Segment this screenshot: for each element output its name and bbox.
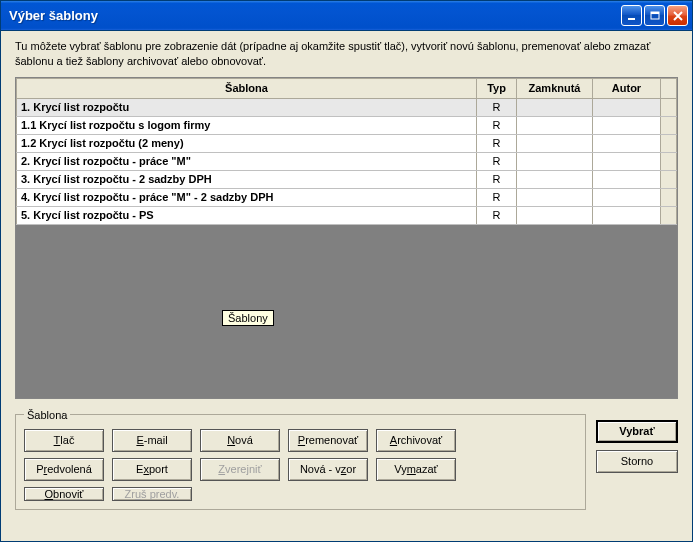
minimize-button[interactable] [621,5,642,26]
cell-zamknuta [517,188,593,206]
obnovit-button[interactable]: Obnoviť [24,487,104,501]
col-header-autor[interactable]: Autor [593,78,661,98]
sablona-group: Šablona Tlač E-mail Nová Premenovať Arch… [15,409,586,510]
zverejnit-button: Zverejniť [200,458,280,481]
vybrat-button[interactable]: Vybrať [596,420,678,443]
tooltip: Šablony [222,310,274,326]
svg-rect-0 [628,18,635,20]
cell-scrollspace [661,170,677,188]
cell-autor [593,98,661,116]
cell-autor [593,188,661,206]
cell-zamknuta [517,152,593,170]
table-row[interactable]: 1.1 Krycí list rozpočtu s logom firmyR [17,116,677,134]
template-grid: Šablona Typ Zamknutá Autor 1. Krycí list… [15,77,678,399]
cell-typ: R [477,170,517,188]
close-button[interactable] [667,5,688,26]
scrollbar-head [661,78,677,98]
export-button[interactable]: Export [112,458,192,481]
cell-name[interactable]: 2. Krycí list rozpočtu - práce "M" [17,152,477,170]
table-row[interactable]: 1. Krycí list rozpočtuR [17,98,677,116]
cell-autor [593,116,661,134]
bottom-area: Šablona Tlač E-mail Nová Premenovať Arch… [15,409,678,510]
cell-autor [593,170,661,188]
cell-name[interactable]: 5. Krycí list rozpočtu - PS [17,206,477,224]
cell-name[interactable]: 1.2 Krycí list rozpočtu (2 meny) [17,134,477,152]
col-header-typ[interactable]: Typ [477,78,517,98]
maximize-button[interactable] [644,5,665,26]
cell-zamknuta [517,170,593,188]
cell-typ: R [477,206,517,224]
email-button[interactable]: E-mail [112,429,192,452]
window-title: Výber šablony [9,8,621,23]
template-table: Šablona Typ Zamknutá Autor 1. Krycí list… [16,78,677,225]
dialog-action-buttons: Vybrať Storno [596,409,678,473]
cell-name[interactable]: 1. Krycí list rozpočtu [17,98,477,116]
archivovat-button[interactable]: Archivovať [376,429,456,452]
button-grid: Tlač E-mail Nová Premenovať Archivovať P… [24,429,577,501]
cell-typ: R [477,98,517,116]
cell-zamknuta [517,98,593,116]
cell-scrollspace [661,98,677,116]
cell-zamknuta [517,116,593,134]
predvolena-button[interactable]: Predvolená [24,458,104,481]
premenovat-button[interactable]: Premenovať [288,429,368,452]
description-text: Tu môžete vybrať šablonu pre zobrazenie … [15,39,678,69]
cell-autor [593,206,661,224]
tlac-button[interactable]: Tlač [24,429,104,452]
cell-typ: R [477,188,517,206]
col-header-sablona[interactable]: Šablona [17,78,477,98]
zrus-predv-button: Zruš predv. [112,487,192,501]
dialog-window: Výber šablony Tu môžete vybrať šablonu p… [0,0,693,542]
titlebar: Výber šablony [1,1,692,31]
cell-scrollspace [661,152,677,170]
cell-scrollspace [661,206,677,224]
table-row[interactable]: 3. Krycí list rozpočtu - 2 sadzby DPHR [17,170,677,188]
content-area: Tu môžete vybrať šablonu pre zobrazenie … [1,31,692,520]
nova-button[interactable]: Nová [200,429,280,452]
storno-button[interactable]: Storno [596,450,678,473]
col-header-zamknuta[interactable]: Zamknutá [517,78,593,98]
table-row[interactable]: 4. Krycí list rozpočtu - práce "M" - 2 s… [17,188,677,206]
titlebar-buttons [621,5,688,26]
cell-typ: R [477,152,517,170]
table-row[interactable]: 5. Krycí list rozpočtu - PSR [17,206,677,224]
cell-scrollspace [661,134,677,152]
cell-name[interactable]: 3. Krycí list rozpočtu - 2 sadzby DPH [17,170,477,188]
vymazat-button[interactable]: Vymazať [376,458,456,481]
nova-vzor-button[interactable]: Nová - vzor [288,458,368,481]
cell-scrollspace [661,116,677,134]
cell-name[interactable]: 4. Krycí list rozpočtu - práce "M" - 2 s… [17,188,477,206]
svg-rect-2 [651,12,659,14]
cell-zamknuta [517,206,593,224]
table-row[interactable]: 2. Krycí list rozpočtu - práce "M"R [17,152,677,170]
cell-scrollspace [661,188,677,206]
cell-autor [593,134,661,152]
cell-autor [593,152,661,170]
cell-typ: R [477,116,517,134]
cell-zamknuta [517,134,593,152]
cell-typ: R [477,134,517,152]
group-legend: Šablona [24,409,70,421]
table-row[interactable]: 1.2 Krycí list rozpočtu (2 meny)R [17,134,677,152]
cell-name[interactable]: 1.1 Krycí list rozpočtu s logom firmy [17,116,477,134]
table-header-row: Šablona Typ Zamknutá Autor [17,78,677,98]
